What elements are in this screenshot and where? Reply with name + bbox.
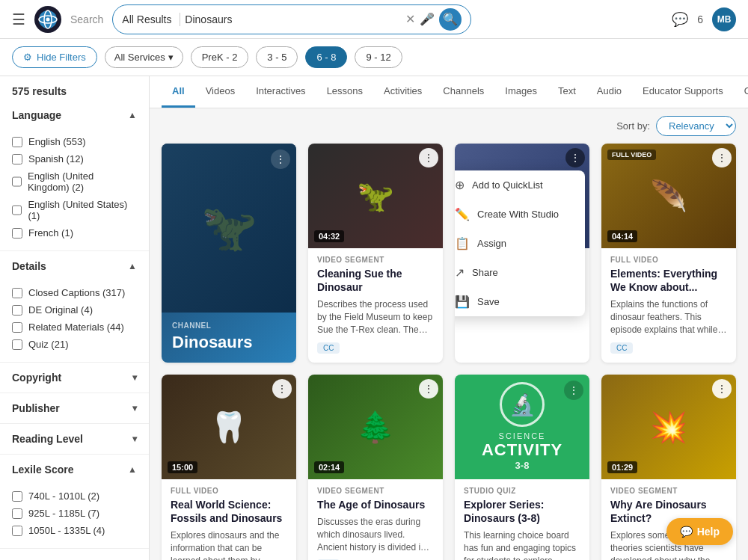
all-services-select[interactable]: All Services ▾ [105,46,183,68]
grade-35-button[interactable]: 3 - 5 [256,46,298,68]
tab-lessons[interactable]: Lessons [316,76,373,108]
lexile-item-1[interactable]: 740L - 1010L (2) [12,487,137,505]
details-item-related[interactable]: Related Materials (44) [12,319,137,336]
card-title: Real World Science: Fossils and Dinosaur… [171,498,287,525]
card-explorer-series[interactable]: 🔬 SCIENCE ACTIVITY 3-8 ⋮ STUDIO QUIZ Exp… [455,375,589,560]
tab-audio[interactable]: Audio [586,76,632,108]
search-clear-icon[interactable]: ✕ [405,12,415,26]
card-menu-button[interactable]: ⋮ [419,148,438,167]
hide-filters-button[interactable]: ⚙ Hide Filters [12,46,97,68]
duration-badge: 04:32 [314,230,344,242]
card-title: The Age of Dinosaurs [317,498,434,511]
tab-images[interactable]: Images [494,76,548,108]
card-body: FULL VIDEO Real World Science: Fossils a… [162,479,296,560]
card-thumb: 🦷 15:00 ⋮ [162,375,296,479]
logo[interactable] [34,6,61,33]
related-checkbox[interactable] [12,322,22,333]
quiz-checkbox[interactable] [12,339,22,350]
tab-educator-supports[interactable]: Educator Supports [632,76,734,108]
grade-912-button[interactable]: 9 - 12 [355,46,402,68]
chevron-down-icon: ▾ [168,52,174,63]
spanish-checkbox[interactable] [12,154,22,164]
details-items: Closed Captions (317) DE Original (4) Re… [0,281,149,362]
details-item-de[interactable]: DE Original (4) [12,301,137,319]
card-body: FULL VIDEO Elements: Everything We Know … [601,248,736,363]
cc-checkbox[interactable] [12,288,22,298]
lexile-item-2[interactable]: 925L - 1185L (7) [12,505,137,522]
tabs-row: All Videos Interactives Lessons Activiti… [150,76,748,108]
card-menu-button[interactable]: ⋮ [712,379,732,399]
english-label: English (553) [28,136,86,147]
tab-text[interactable]: Text [548,76,586,108]
details-item-quiz[interactable]: Quiz (21) [12,336,137,353]
publisher-section-title: Publisher [12,402,60,414]
tab-activities[interactable]: Activities [373,76,432,108]
lexile-3-checkbox[interactable] [12,526,22,536]
avatar[interactable]: MB [712,7,736,31]
sidebar-details-header[interactable]: Details ▲ [0,251,149,281]
language-item-english-uk[interactable]: English (United Kingdom) (2) [12,167,137,196]
tab-interactives[interactable]: Interactives [245,76,316,108]
dropdown-share[interactable]: ↗ Share [455,258,585,287]
de-checkbox[interactable] [12,305,22,316]
help-icon: 💬 [680,526,693,538]
tab-videos[interactable]: Videos [195,76,246,108]
search-type-select[interactable]: All Results [122,13,175,25]
lexile-item-3[interactable]: 1050L - 1335L (4) [12,522,137,539]
content: All Videos Interactives Lessons Activiti… [150,76,748,560]
dropdown-create-studio[interactable]: ✏️ Create With Studio [455,200,585,229]
sidebar-publisher-header[interactable]: Publisher ▾ [0,393,149,423]
sidebar-language-header[interactable]: Language ▲ [0,100,149,130]
card-menu-button[interactable]: ⋮ [419,379,438,399]
card-menu-button[interactable]: ⋮ [712,148,732,167]
sidebar-lexile-header[interactable]: Lexile Score ▲ [0,455,149,484]
lexile-1-checkbox[interactable] [12,491,22,502]
details-item-cc[interactable]: Closed Captions (317) [12,284,137,301]
notifications[interactable]: 6 [697,13,703,25]
lexile-section-title: Lexile Score [12,464,74,476]
channel-menu-button[interactable]: ⋮ [271,150,290,169]
english-uk-checkbox[interactable] [12,176,22,187]
dropdown-add-quicklist[interactable]: ⊕ Add to QuickList [455,170,585,200]
search-button[interactable]: 🔍 [439,8,462,31]
french-checkbox[interactable] [12,228,22,239]
card-menu-button[interactable]: ⋮ [565,148,585,167]
card-menu-button[interactable]: ⋮ [272,379,292,399]
sidebar-reading-level-header[interactable]: Reading Level ▾ [0,424,149,454]
card-description: Describes the process used by the Field … [317,298,434,336]
card-cleaning-sue[interactable]: 🦖 04:32 ⋮ VIDEO SEGMENT Cleaning Sue the… [308,144,443,363]
card-dinosaur-image[interactable]: 🦕 ⋮ ⊕ Add to QuickList ✏️ Create With St… [455,144,589,363]
help-button[interactable]: 💬 Help [666,518,733,545]
menu-icon[interactable]: ☰ [12,10,25,28]
sort-select[interactable]: Relevancy [656,116,736,136]
card-type-label: STUDIO QUIZ [464,487,580,495]
grade-prek2-button[interactable]: PreK - 2 [191,46,249,68]
tab-all[interactable]: All [162,76,195,108]
lexile-2-checkbox[interactable] [12,508,22,519]
search-mic-icon[interactable]: 🎤 [420,12,435,26]
cc-tag: CC [610,342,633,354]
card-real-world-science[interactable]: 🦷 15:00 ⋮ FULL VIDEO Real World Science:… [162,375,296,560]
share-label: Share [472,267,498,278]
tab-channels[interactable]: Channels [432,76,494,108]
language-item-french[interactable]: French (1) [12,224,137,241]
language-item-spanish[interactable]: Spanish (12) [12,150,137,167]
dropdown-save[interactable]: 💾 Save [455,287,585,316]
card-age-of-dinosaurs[interactable]: 🌲 02:14 ⋮ VIDEO SEGMENT The Age of Dinos… [308,375,443,560]
english-checkbox[interactable] [12,137,22,147]
language-item-english-us[interactable]: English (United States) (1) [12,196,137,224]
chat-icon[interactable]: 💬 [672,11,688,28]
grade-68-button[interactable]: 6 - 8 [305,46,347,68]
hide-filters-label: Hide Filters [37,52,86,63]
card-menu-button[interactable]: ⋮ [564,381,583,400]
card-elements[interactable]: 🪶 FULL VIDEO 04:14 ⋮ FULL VIDEO Elements… [601,144,736,363]
english-us-checkbox[interactable] [12,205,22,215]
language-item-english[interactable]: English (553) [12,133,137,150]
card-dinosaurs-channel[interactable]: 🦖 ⋮ CHANNEL Dinosaurs [162,144,296,363]
card-type-label: FULL VIDEO [171,487,287,495]
search-input[interactable] [185,13,401,25]
duration-badge: 01:29 [607,461,637,473]
sidebar-copyright-header[interactable]: Copyright ▾ [0,363,149,393]
tab-other-materials[interactable]: Other Materials [734,76,748,108]
dropdown-assign[interactable]: 📋 Assign [455,229,585,258]
